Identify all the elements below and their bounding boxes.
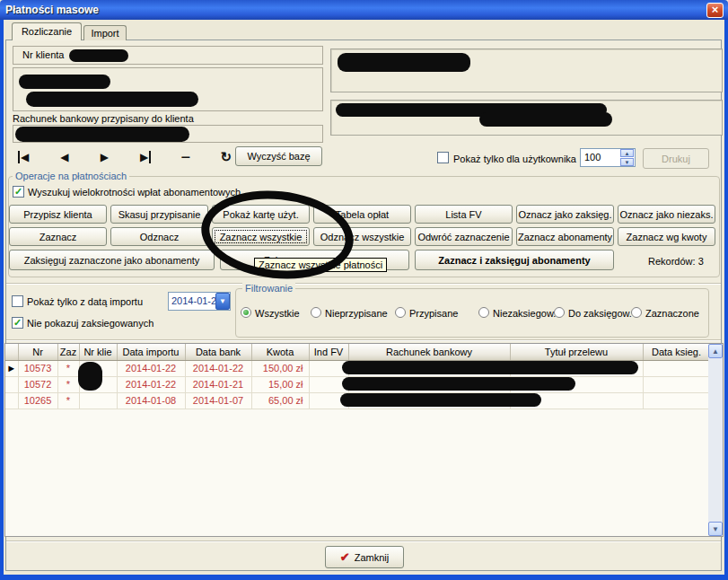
date-combo-value: 2014-01-22 bbox=[171, 295, 222, 306]
drukuj-label: Drukuj bbox=[662, 154, 690, 164]
scroll-up-icon[interactable]: ▲ bbox=[708, 344, 723, 358]
col-rachunek[interactable]: Rachunek bankowy bbox=[348, 344, 510, 360]
spin-down-icon[interactable]: ▼ bbox=[620, 158, 634, 166]
radio-przypisane[interactable] bbox=[395, 307, 406, 318]
cell-nr: 10572 bbox=[18, 376, 57, 392]
wyczysc-baze-button[interactable]: Wyczyść bazę bbox=[235, 146, 322, 166]
client-info-box[interactable] bbox=[13, 67, 323, 111]
col-data-importu[interactable]: Data importu bbox=[117, 344, 185, 360]
tab-import[interactable]: Import bbox=[83, 25, 127, 40]
nav-first-icon[interactable]: ◀ bbox=[18, 151, 29, 163]
nr-klienta-label: Nr klienta bbox=[22, 49, 64, 60]
filtrowanie-group-title: Filtrowanie bbox=[242, 283, 295, 294]
redaction-row2 bbox=[342, 377, 575, 391]
platnosci-masowe-window: Płatności masowe × Rozliczanie Import Nr… bbox=[0, 0, 728, 580]
redaction-client-line1 bbox=[19, 75, 110, 89]
combo-dropdown-icon[interactable]: ▼ bbox=[215, 293, 230, 310]
col-nr-klie[interactable]: Nr klie bbox=[79, 344, 117, 360]
cell-indicator bbox=[5, 376, 18, 392]
radio-zaznaczone[interactable] bbox=[631, 307, 642, 318]
odwroc-zaznaczenie-button[interactable]: Odwróć zaznaczenie bbox=[415, 227, 513, 246]
col-ind-fv[interactable]: Ind FV bbox=[309, 344, 348, 360]
date-combo[interactable]: 2014-01-22 ▼ bbox=[168, 292, 231, 311]
oznacz-niezaks-button[interactable]: Oznacz jako niezaks. bbox=[618, 205, 715, 224]
col-tytul[interactable]: Tytuł przelewu bbox=[510, 344, 643, 360]
skasuj-przypisanie-button[interactable]: Skasuj przypisanie bbox=[110, 205, 208, 224]
nav-last-icon[interactable]: ▶ bbox=[140, 151, 151, 163]
pokaz-uzytkownika-checkbox[interactable] bbox=[437, 152, 449, 163]
nr-klienta-box[interactable]: Nr klienta bbox=[13, 46, 323, 65]
zamknij-button[interactable]: ✔ Zamknij bbox=[325, 546, 404, 568]
nav-refresh-icon[interactable]: ↻ bbox=[220, 149, 232, 165]
cell-data-importu: 2014-01-22 bbox=[117, 360, 185, 376]
count-spinner[interactable]: 100 ▲ ▼ bbox=[580, 148, 636, 167]
col-kwota[interactable]: Kwota bbox=[251, 344, 309, 360]
row-pointer-icon: ► bbox=[5, 360, 18, 376]
cell-nr: 10573 bbox=[18, 360, 57, 376]
spinner-buttons: ▲ ▼ bbox=[620, 149, 634, 166]
radio-wszystkie[interactable] bbox=[241, 307, 251, 318]
wyszukuj-checkbox[interactable]: ✓ bbox=[13, 186, 24, 198]
cell-data-ksieg bbox=[643, 376, 710, 392]
scroll-down-icon[interactable]: ▼ bbox=[708, 522, 723, 536]
zaznacz-zaksieguj-abonamenty-button[interactable]: Zaznacz i zaksięguj abonamenty bbox=[415, 250, 614, 270]
redaction-row1 bbox=[342, 361, 638, 374]
rachunek-label: Rachunek bankowy przypisany do klienta bbox=[13, 113, 194, 124]
cell-nr: 10265 bbox=[18, 392, 57, 409]
lista-fv-button[interactable]: Lista FV bbox=[415, 205, 513, 224]
col-data-bank[interactable]: Data bank bbox=[185, 344, 251, 360]
info-panel-bottom bbox=[330, 100, 723, 136]
odznacz-button[interactable]: Odznacz bbox=[110, 227, 208, 246]
cell-kwota: 15,00 zł bbox=[251, 376, 309, 392]
nav-next-icon[interactable]: ▶ bbox=[101, 151, 109, 163]
grid-scrollbar[interactable]: ▲ ▼ bbox=[708, 344, 723, 536]
radio-nieprzypisane-label: Nieprzypisane bbox=[325, 308, 388, 319]
redaction-rachunek bbox=[15, 127, 189, 142]
cell-zaz: * bbox=[57, 360, 79, 376]
drukuj-button[interactable]: Drukuj bbox=[643, 148, 709, 169]
radio-niezaksiegow[interactable] bbox=[478, 307, 489, 318]
tab-rozliczanie[interactable]: Rozliczanie bbox=[12, 22, 82, 40]
tab-import-label: Import bbox=[91, 28, 118, 39]
check-icon: ✔ bbox=[340, 550, 350, 564]
cell-data-ksieg bbox=[643, 392, 710, 409]
redaction-panel-bottom-2 bbox=[479, 112, 612, 127]
zaznacz-button[interactable]: Zaznacz bbox=[9, 227, 107, 246]
nie-pokazuj-checkbox[interactable]: ✓ bbox=[12, 317, 23, 329]
redaction-row3 bbox=[340, 393, 541, 407]
redaction-nr-klie bbox=[78, 362, 102, 391]
nav-prev-icon[interactable]: ◀ bbox=[60, 151, 68, 163]
close-icon[interactable]: × bbox=[706, 3, 724, 18]
cell-kwota: 65,00 zł bbox=[251, 392, 309, 409]
pokaz-data-importu-checkbox[interactable] bbox=[12, 295, 23, 307]
cell-data-importu: 2014-01-08 bbox=[117, 392, 185, 409]
nie-pokazuj-label: Nie pokazuj zaksiegowanych bbox=[27, 318, 153, 329]
col-data-ksieg[interactable]: Data ksieg. bbox=[643, 344, 710, 360]
przypisz-klienta-button[interactable]: Przypisz klienta bbox=[9, 205, 107, 224]
payments-grid[interactable]: Nr Zaz Nr klie Data importu Data bank Kw… bbox=[4, 343, 724, 537]
cell-data-ksieg bbox=[643, 360, 710, 376]
rachunek-box[interactable] bbox=[13, 125, 323, 143]
spin-up-icon[interactable]: ▲ bbox=[620, 149, 634, 157]
oznacz-zaksieg-button[interactable]: Oznacz jako zaksięg. bbox=[516, 205, 614, 224]
zaznacz-wg-kwoty-button[interactable]: Zaznacz wg kwoty bbox=[618, 227, 715, 246]
col-indicator[interactable] bbox=[5, 344, 18, 360]
cell-indicator bbox=[5, 392, 18, 409]
zaznacz-abonamenty-button[interactable]: Zaznacz abonamenty bbox=[516, 227, 614, 246]
db-navigator: ◀ ◀ ▶ ▶ − ↻ bbox=[18, 147, 232, 167]
cell-kwota: 150,00 zł bbox=[251, 360, 309, 376]
title-bar[interactable]: Płatności masowe × bbox=[0, 0, 728, 20]
redaction-panel-top bbox=[338, 53, 470, 72]
zaksieguj-zaznaczone-button[interactable]: Zaksięguj zaznaczone jako abonamenty bbox=[9, 250, 215, 270]
col-zaz[interactable]: Zaz bbox=[57, 344, 79, 360]
col-nr[interactable]: Nr bbox=[18, 344, 57, 360]
divider-filter-bottom bbox=[6, 339, 721, 341]
radio-przypisane-label: Przypisane bbox=[409, 308, 458, 319]
radio-do-zaksiegow[interactable] bbox=[554, 307, 565, 318]
radio-wszystkie-label: Wszystkie bbox=[255, 308, 300, 319]
info-panel-top bbox=[330, 48, 723, 92]
radio-nieprzypisane[interactable] bbox=[311, 307, 321, 318]
zamknij-label: Zamknij bbox=[355, 552, 390, 563]
nav-delete-icon[interactable]: − bbox=[181, 151, 191, 163]
cell-data-bank: 2014-01-22 bbox=[185, 360, 251, 376]
